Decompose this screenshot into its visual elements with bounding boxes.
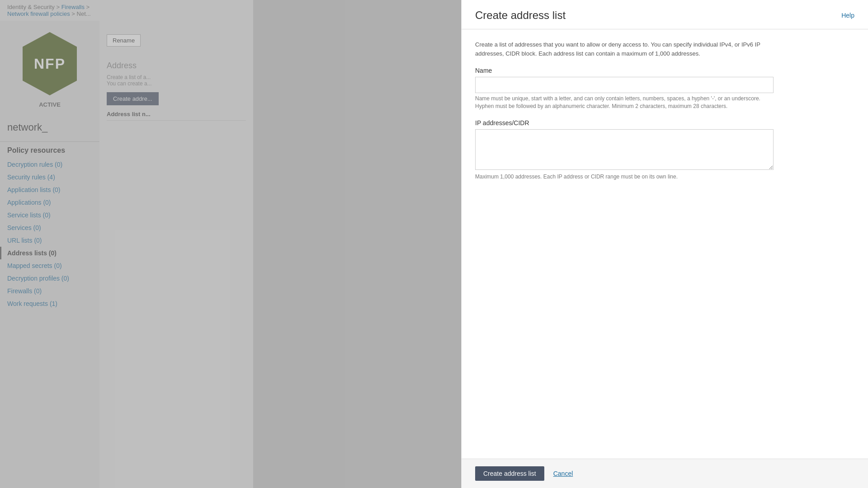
dialog-header: Create address list Help [462,0,868,29]
ip-hint: Maximum 1,000 addresses. Each IP address… [475,173,774,181]
dialog-body: Create a list of addresses that you want… [462,29,868,459]
ip-form-group: IP addresses/CIDR Maximum 1,000 addresse… [475,119,854,181]
name-form-group: Name Name must be unique, start with a l… [475,67,854,110]
create-address-list-button[interactable]: Create address list [475,466,544,481]
ip-textarea[interactable] [475,129,774,170]
dialog-description: Create a list of addresses that you want… [475,40,764,58]
ip-label: IP addresses/CIDR [475,119,854,127]
name-hint: Name must be unique, start with a letter… [475,95,774,110]
create-address-dialog: Create address list Help Create a list o… [461,0,868,488]
name-input[interactable] [475,77,774,93]
help-link[interactable]: Help [841,12,854,19]
name-label: Name [475,67,854,74]
dialog-title: Create address list [475,9,566,22]
cancel-button[interactable]: Cancel [552,466,575,481]
dialog-footer: Create address list Cancel [462,459,868,488]
